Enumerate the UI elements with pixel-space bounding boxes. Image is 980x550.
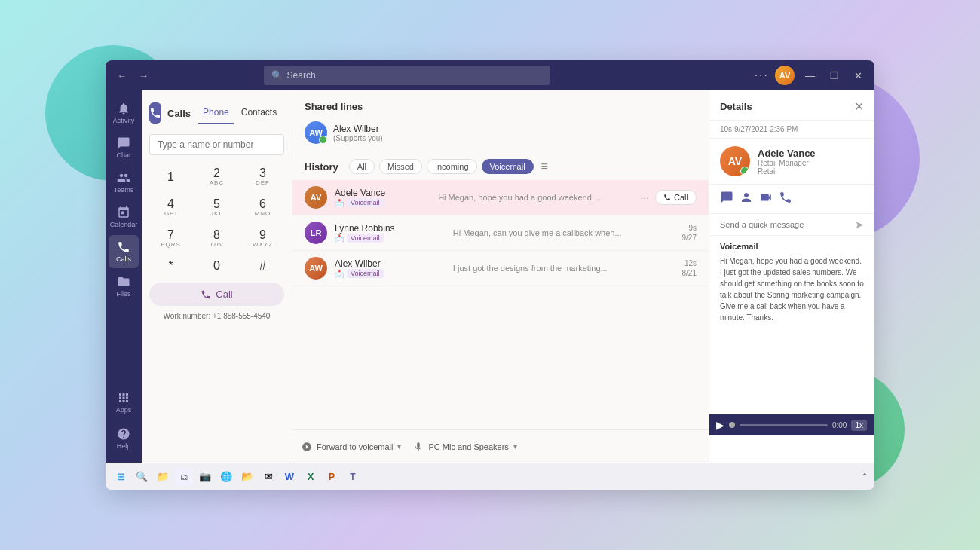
sidebar-item-apps[interactable]: Apps bbox=[109, 386, 139, 419]
filter-all[interactable]: All bbox=[349, 159, 375, 174]
middle-panel: Shared lines AW Alex Wilber (Supports yo… bbox=[292, 90, 709, 463]
taskbar-chevron-icon[interactable]: ⌃ bbox=[861, 472, 868, 482]
filter-missed[interactable]: Missed bbox=[379, 159, 422, 174]
action-chat-button[interactable] bbox=[720, 191, 733, 207]
more-btn-0[interactable]: ··· bbox=[637, 190, 652, 205]
nav-arrows: ← → bbox=[113, 69, 152, 83]
more-options-button[interactable]: ··· bbox=[755, 69, 769, 82]
tab-phone[interactable]: Phone bbox=[198, 102, 234, 124]
action-contact-button[interactable] bbox=[740, 191, 753, 207]
dial-key-0[interactable]: 0 bbox=[195, 255, 238, 277]
details-close-button[interactable]: ✕ bbox=[854, 99, 864, 114]
maximize-button[interactable]: ❐ bbox=[825, 71, 844, 81]
history-item-0[interactable]: AV Adele Vance 📩 Voicemail Hi Megan, hop… bbox=[292, 180, 709, 215]
taskbar-teams[interactable]: T bbox=[344, 468, 362, 486]
taskbar: ⊞ 🔍 📁 🗂 📷 🌐 📂 ✉ W X P T ⌃ bbox=[106, 463, 874, 490]
dial-key-1[interactable]: 1 bbox=[149, 163, 192, 191]
send-message-button[interactable]: ➤ bbox=[855, 218, 864, 231]
history-duration-2: 12s bbox=[684, 259, 697, 267]
history-item-1[interactable]: LR Lynne Robbins 📩 Voicemail Hi Megan, c… bbox=[292, 215, 709, 251]
tab-contacts[interactable]: Contacts bbox=[237, 102, 281, 124]
filter-voicemail[interactable]: Voicemail bbox=[482, 159, 534, 174]
forward-voicemail-option[interactable]: Forward to voicemail ▾ bbox=[302, 442, 401, 452]
history-item-2[interactable]: AW Alex Wilber 📩 Voicemail I just got th… bbox=[292, 251, 709, 286]
history-type-2: 📩 Voicemail bbox=[335, 269, 446, 278]
taskbar-word[interactable]: W bbox=[280, 468, 299, 486]
search-bar[interactable]: 🔍 bbox=[264, 66, 550, 85]
taskbar-search[interactable]: 🔍 bbox=[133, 468, 151, 486]
dial-key-hash[interactable]: # bbox=[241, 255, 284, 277]
details-actions bbox=[709, 185, 874, 214]
audio-time: 0:00 bbox=[832, 421, 847, 429]
details-contact-info: Adele Vance Retail Manager Retail bbox=[758, 148, 816, 176]
voicemail-section: Voicemail Hi Megan, hope you had a good … bbox=[709, 236, 874, 329]
audio-player: ▶ 0:00 1x bbox=[709, 414, 874, 435]
taskbar-files[interactable]: 📁 bbox=[154, 468, 172, 486]
taskbar-outlook[interactable]: ✉ bbox=[259, 468, 277, 486]
taskbar-powerpoint[interactable]: P bbox=[323, 468, 341, 486]
history-contact-info-0: Adele Vance 📩 Voicemail bbox=[335, 188, 430, 207]
dial-key-4[interactable]: 4GHI bbox=[149, 194, 192, 222]
dial-key-8[interactable]: 8TUV bbox=[195, 225, 238, 252]
call-button[interactable]: Call bbox=[149, 283, 284, 306]
search-icon: 🔍 bbox=[271, 70, 283, 81]
taskbar-store[interactable]: 🗂 bbox=[175, 468, 193, 486]
user-avatar[interactable]: AV bbox=[775, 66, 795, 85]
history-avatar-2: AW bbox=[305, 257, 327, 280]
dialpad-input[interactable] bbox=[149, 134, 284, 155]
details-avatar: AV bbox=[720, 146, 750, 176]
history-contact-info-2: Alex Wilber 📩 Voicemail bbox=[335, 258, 446, 278]
calls-label: Calls bbox=[167, 108, 191, 119]
sidebar-item-apps-label: Apps bbox=[116, 406, 132, 414]
forward-arrow[interactable]: → bbox=[135, 69, 152, 83]
sidebar-item-help-label: Help bbox=[117, 442, 131, 450]
play-button[interactable]: ▶ bbox=[716, 419, 724, 431]
content-area: Calls Phone Contacts 1 2ABC 3DEF 4GHI 5J… bbox=[142, 90, 874, 463]
action-video-button[interactable] bbox=[759, 191, 773, 207]
mic-speakers-option[interactable]: PC Mic and Speakers ▾ bbox=[413, 442, 516, 452]
speed-button[interactable]: 1x bbox=[851, 420, 867, 431]
sidebar-item-chat-label: Chat bbox=[116, 151, 130, 159]
taskbar-edge[interactable]: 🌐 bbox=[217, 468, 235, 486]
sidebar-item-help[interactable]: Help bbox=[109, 422, 139, 455]
dial-key-9[interactable]: 9WXYZ bbox=[241, 225, 284, 252]
search-input[interactable] bbox=[287, 70, 543, 81]
dialpad-panel: Calls Phone Contacts 1 2ABC 3DEF 4GHI 5J… bbox=[142, 90, 292, 463]
dial-key-2[interactable]: 2ABC bbox=[195, 163, 238, 191]
history-type-0: 📩 Voicemail bbox=[335, 198, 430, 207]
history-avatar-0: AV bbox=[305, 186, 327, 209]
filter-incoming[interactable]: Incoming bbox=[427, 159, 477, 174]
dial-key-5[interactable]: 5JKL bbox=[195, 194, 238, 222]
calls-tabs: Calls Phone Contacts bbox=[149, 99, 284, 127]
filter-more-icon[interactable]: ≡ bbox=[541, 160, 548, 173]
sidebar-item-calendar[interactable]: Calendar bbox=[109, 200, 139, 234]
sidebar-item-chat[interactable]: Chat bbox=[109, 131, 139, 164]
forward-dropdown-arrow[interactable]: ▾ bbox=[397, 442, 401, 451]
sidebar-item-files[interactable]: Files bbox=[109, 270, 139, 303]
taskbar-start[interactable]: ⊞ bbox=[112, 468, 130, 486]
dial-key-3[interactable]: 3DEF bbox=[241, 163, 284, 191]
call-action-0[interactable]: Call bbox=[655, 190, 697, 205]
taskbar-explorer[interactable]: 📂 bbox=[238, 468, 256, 486]
taskbar-camera[interactable]: 📷 bbox=[196, 468, 214, 486]
dial-key-star[interactable]: * bbox=[149, 255, 192, 277]
dial-key-6[interactable]: 6MNO bbox=[241, 194, 284, 222]
dialpad-grid: 1 2ABC 3DEF 4GHI 5JKL 6MNO 7PQRS 8TUV 9W… bbox=[149, 163, 284, 277]
mic-dropdown-arrow[interactable]: ▾ bbox=[513, 442, 517, 451]
action-call-button[interactable] bbox=[779, 191, 792, 207]
dial-key-7[interactable]: 7PQRS bbox=[149, 225, 192, 252]
title-bar: ← → 🔍 ··· AV — ❐ ✕ bbox=[106, 60, 874, 90]
bottom-bar: Forward to voicemail ▾ PC Mic and Speake… bbox=[292, 429, 709, 463]
details-meta: 10s 9/27/2021 2:36 PM bbox=[709, 121, 874, 139]
forward-voicemail-label: Forward to voicemail bbox=[317, 442, 393, 451]
back-arrow[interactable]: ← bbox=[113, 69, 130, 83]
quick-message-input[interactable] bbox=[720, 220, 850, 229]
audio-track[interactable] bbox=[740, 424, 828, 426]
minimize-button[interactable]: — bbox=[801, 71, 819, 81]
taskbar-excel[interactable]: X bbox=[302, 468, 320, 486]
sidebar-item-activity[interactable]: Activity bbox=[109, 96, 139, 130]
close-button[interactable]: ✕ bbox=[850, 71, 867, 81]
calls-tab-icon bbox=[149, 102, 161, 124]
sidebar-item-teams[interactable]: Teams bbox=[109, 166, 139, 199]
sidebar-item-calls[interactable]: Calls bbox=[109, 235, 139, 268]
